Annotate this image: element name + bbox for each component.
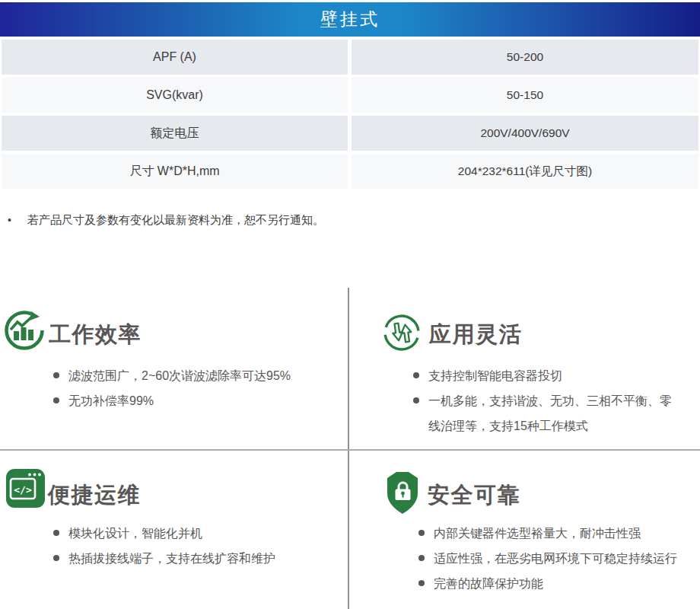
spec-label: 额定电压 xyxy=(2,116,348,151)
list-item: 内部关键器件选型裕量大，耐冲击性强 xyxy=(418,521,694,546)
list-item: 适应性强，在恶劣电网环境下可稳定持续运行 xyxy=(418,546,694,571)
list-item: 一机多能，支持谐波、无功、三相不平衡、零线治理等，支持15种工作模式 xyxy=(413,388,678,438)
table-row: APF (A) 50-200 xyxy=(0,40,700,75)
feature-flexible-application: 应用灵活 支持控制智能电容器投切 一机多能，支持谐波、无功、三相不平衡、零线治理… xyxy=(348,288,700,449)
spec-label: SVG(kvar) xyxy=(2,78,348,113)
feature-work-efficiency: 工作效率 滤波范围广，2~60次谐波滤除率可达95% 无功补偿率99% xyxy=(0,288,348,449)
product-spec-page: 壁挂式 APF (A) 50-200 SVG(kvar) 50-150 额定电压… xyxy=(0,0,700,609)
list-item: 完善的故障保护功能 xyxy=(418,571,694,596)
feature-safe-reliable: 安全可靠 内部关键器件选型裕量大，耐冲击性强 适应性强，在恶劣电网环境下可稳定持… xyxy=(348,450,700,609)
table-header-title: 壁挂式 xyxy=(320,8,380,31)
bullet-dot xyxy=(53,530,59,536)
feature-title: 应用灵活 xyxy=(429,324,522,346)
feature-convenient-maintenance: </> 便捷运维 模块化设计，智能化并机 热插拔接线端子，支持在线扩容和维护 xyxy=(0,450,348,609)
shield-lock-icon xyxy=(386,470,419,518)
bullet-dot xyxy=(413,397,419,403)
spec-value: 204*232*611(详见尺寸图) xyxy=(352,154,698,189)
spec-value: 200V/400V/690V xyxy=(352,116,698,151)
list-item: 支持控制智能电容器投切 xyxy=(413,363,678,388)
disclaimer-text: 若产品尺寸及参数有变化以最新资料为准，恕不另行通知。 xyxy=(27,212,324,228)
list-item: 模块化设计，智能化并机 xyxy=(53,521,346,546)
list-item: 无功补偿率99% xyxy=(53,388,346,413)
code-window-icon: </> xyxy=(5,468,46,512)
bullet-dot xyxy=(413,372,419,378)
spec-value: 50-200 xyxy=(352,40,698,75)
feature-bullet-list: 滤波范围广，2~60次谐波滤除率可达95% 无功补偿率99% xyxy=(53,363,346,413)
feature-bullet-list: 模块化设计，智能化并机 热插拔接线端子，支持在线扩容和维护 xyxy=(53,521,346,571)
feature-bullet-list: 支持控制智能电容器投切 一机多能，支持谐波、无功、三相不平衡、零线治理等，支持1… xyxy=(413,363,678,438)
feature-bullet-list: 内部关键器件选型裕量大，耐冲击性强 适应性强，在恶劣电网环境下可稳定持续运行 完… xyxy=(418,521,694,596)
svg-text:</>: </> xyxy=(14,484,32,496)
table-row: 额定电压 200V/400V/690V xyxy=(0,116,700,151)
bullet-dot xyxy=(418,530,425,536)
table-row: 尺寸 W*D*H,mm 204*232*611(详见尺寸图) xyxy=(0,154,700,189)
feature-title: 便捷运维 xyxy=(48,484,141,506)
bullet-dot xyxy=(418,580,425,586)
feature-title: 安全可靠 xyxy=(428,484,520,506)
spec-value: 50-150 xyxy=(352,78,698,113)
bullet-dot xyxy=(418,555,425,561)
spec-label: APF (A) xyxy=(2,40,348,75)
table-header: 壁挂式 xyxy=(0,2,700,37)
growth-chart-icon xyxy=(3,306,49,355)
swap-arrows-icon xyxy=(382,313,422,356)
table-row: SVG(kvar) 50-150 xyxy=(0,78,700,113)
list-item: 热插拔接线端子，支持在线扩容和维护 xyxy=(53,546,346,571)
bullet-dot xyxy=(53,397,59,403)
disclaimer-note: • 若产品尺寸及参数有变化以最新资料为准，恕不另行通知。 xyxy=(8,212,685,228)
feature-title: 工作效率 xyxy=(49,324,142,346)
note-bullet-dot: • xyxy=(8,212,11,228)
spec-label: 尺寸 W*D*H,mm xyxy=(2,154,348,189)
list-item: 滤波范围广，2~60次谐波滤除率可达95% xyxy=(53,363,346,388)
bullet-dot xyxy=(53,555,59,561)
bullet-dot xyxy=(53,372,59,378)
